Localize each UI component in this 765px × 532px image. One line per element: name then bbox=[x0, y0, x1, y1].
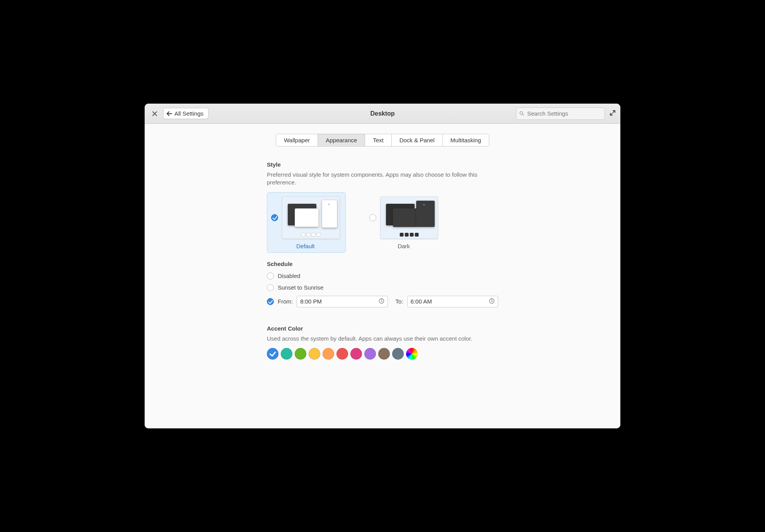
content-area: WallpaperAppearanceTextDock & PanelMulti… bbox=[145, 124, 620, 428]
maximize-button[interactable] bbox=[610, 110, 616, 117]
style-dark-label: Dark bbox=[369, 243, 438, 249]
accent-swatch-auto[interactable] bbox=[406, 348, 418, 360]
bell-icon: ▴ bbox=[328, 202, 330, 206]
tab-wallpaper[interactable]: Wallpaper bbox=[276, 134, 318, 146]
schedule-from-input[interactable]: 8:00 PM bbox=[297, 296, 388, 307]
accent-swatches bbox=[267, 348, 498, 360]
style-option-dark[interactable]: ▴ Dark bbox=[365, 192, 444, 253]
style-heading: Style bbox=[267, 161, 498, 168]
schedule-from-label: From: bbox=[278, 298, 293, 305]
style-default-label: Default bbox=[271, 243, 340, 249]
schedule-sunset-radio[interactable] bbox=[267, 284, 274, 291]
schedule-disabled-label: Disabled bbox=[278, 273, 300, 279]
accent-swatch-pink[interactable] bbox=[350, 348, 362, 360]
style-default-radio[interactable] bbox=[271, 214, 278, 221]
schedule-fromto-radio[interactable] bbox=[267, 298, 274, 305]
tab-appearance[interactable]: Appearance bbox=[318, 134, 365, 146]
schedule-fromto-row[interactable]: From: 8:00 PM To: 6:00 AM bbox=[267, 293, 498, 310]
tabs-bar: WallpaperAppearanceTextDock & PanelMulti… bbox=[145, 134, 620, 147]
bell-icon: ▴ bbox=[423, 202, 425, 206]
all-settings-button[interactable]: All Settings bbox=[163, 108, 208, 119]
schedule-from-value: 8:00 PM bbox=[300, 298, 322, 305]
schedule-sunset-label: Sunset to Sunrise bbox=[278, 284, 323, 291]
svg-point-0 bbox=[520, 112, 523, 114]
accent-swatch-teal[interactable] bbox=[281, 348, 292, 360]
schedule-to-input[interactable]: 6:00 AM bbox=[407, 296, 498, 307]
schedule-section: Schedule Disabled Sunset to Sunrise From… bbox=[267, 261, 498, 310]
tab-multitasking[interactable]: Multitasking bbox=[443, 134, 489, 146]
accent-swatch-blue[interactable] bbox=[267, 348, 278, 360]
tab-text[interactable]: Text bbox=[365, 134, 392, 146]
clock-icon bbox=[489, 298, 495, 305]
accent-swatch-yellow[interactable] bbox=[309, 348, 320, 360]
schedule-to-value: 6:00 AM bbox=[411, 298, 432, 305]
titlebar: All Settings Desktop bbox=[145, 104, 620, 124]
clock-icon bbox=[379, 298, 384, 305]
search-icon bbox=[519, 111, 524, 116]
style-description: Preferred visual style for system compon… bbox=[267, 171, 498, 187]
style-options-row: ▴ Default ▴ Dark bbox=[267, 192, 498, 253]
schedule-disabled-radio[interactable] bbox=[267, 273, 274, 280]
accent-swatch-brown[interactable] bbox=[378, 348, 390, 360]
accent-swatch-slate[interactable] bbox=[392, 348, 404, 360]
close-icon bbox=[152, 111, 157, 116]
accent-swatch-red[interactable] bbox=[336, 348, 348, 360]
style-option-default[interactable]: ▴ Default bbox=[267, 192, 346, 253]
style-dark-radio[interactable] bbox=[369, 214, 376, 221]
settings-window: All Settings Desktop WallpaperAppearance… bbox=[145, 104, 620, 428]
accent-description: Used across the system by default. Apps … bbox=[267, 335, 498, 343]
search-field[interactable] bbox=[516, 107, 605, 120]
style-default-preview: ▴ bbox=[282, 196, 340, 239]
accent-section: Accent Color Used across the system by d… bbox=[267, 325, 498, 360]
style-dark-preview: ▴ bbox=[380, 196, 438, 239]
back-arrow-icon bbox=[167, 111, 172, 116]
accent-swatch-purple[interactable] bbox=[364, 348, 376, 360]
all-settings-label: All Settings bbox=[174, 110, 203, 117]
maximize-icon bbox=[610, 110, 616, 116]
accent-swatch-green[interactable] bbox=[295, 348, 306, 360]
schedule-to-label: To: bbox=[396, 298, 403, 305]
accent-swatch-orange[interactable] bbox=[323, 348, 334, 360]
appearance-pane: Style Preferred visual style for system … bbox=[265, 161, 500, 360]
accent-heading: Accent Color bbox=[267, 325, 498, 332]
search-input[interactable] bbox=[526, 110, 601, 117]
schedule-heading: Schedule bbox=[267, 261, 498, 267]
close-button[interactable] bbox=[149, 108, 160, 119]
schedule-sunset-row[interactable]: Sunset to Sunrise bbox=[267, 282, 498, 293]
schedule-disabled-row[interactable]: Disabled bbox=[267, 270, 498, 282]
tab-dock-panel[interactable]: Dock & Panel bbox=[392, 134, 443, 146]
